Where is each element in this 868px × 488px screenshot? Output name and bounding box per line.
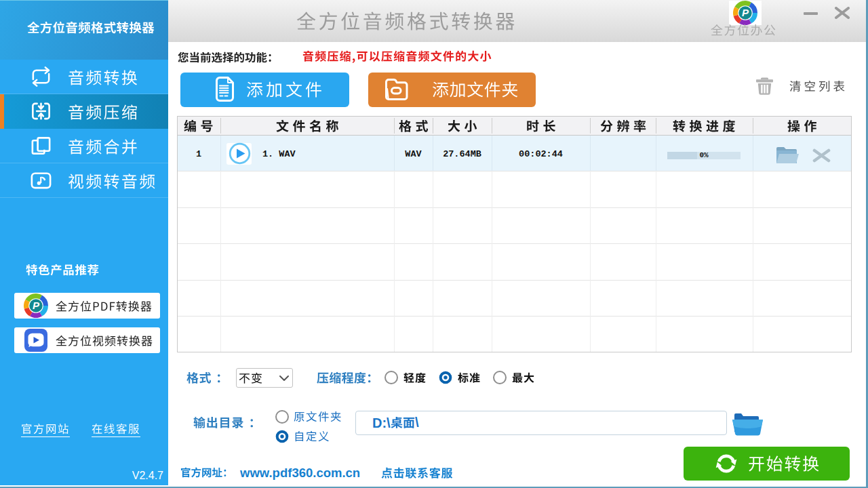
svg-text:P: P (33, 300, 40, 311)
svg-text:P: P (742, 7, 749, 18)
